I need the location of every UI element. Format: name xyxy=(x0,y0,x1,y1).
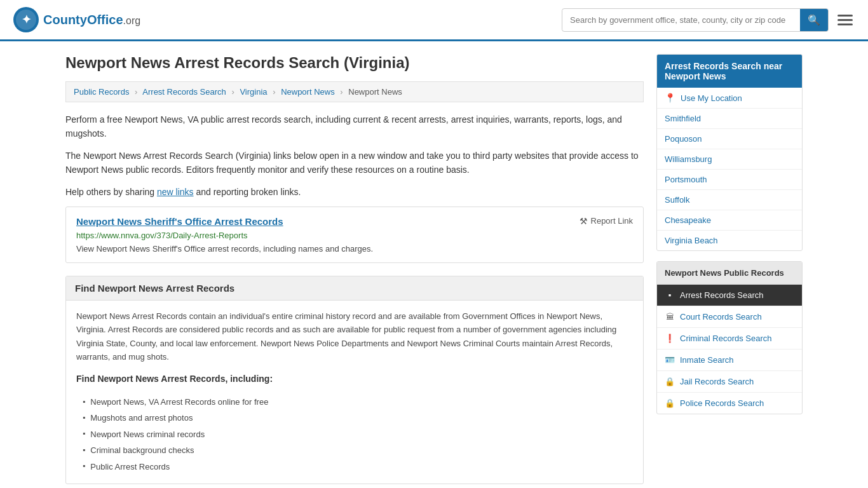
search-bar: 🔍 xyxy=(562,8,829,32)
wrench-icon: ⚒ xyxy=(580,216,588,226)
intro-paragraph-2: The Newport News Arrest Records Search (… xyxy=(65,149,644,177)
new-links-link[interactable]: new links xyxy=(157,187,194,197)
arrest-icon: ▪ xyxy=(665,290,675,300)
find-section: Find Newport News Arrest Records Newport… xyxy=(65,276,644,484)
records-item-police[interactable]: 🔒 Police Records Search xyxy=(657,393,802,414)
inmate-icon: 🪪 xyxy=(665,355,675,365)
sidebar-records-title: Newport News Public Records xyxy=(657,262,802,285)
find-including-label: Find Newport News Arrest Records, includ… xyxy=(76,372,633,386)
records-item-arrest[interactable]: ▪ Arrest Records Search xyxy=(657,285,802,306)
link-description: View Newport News Sheriff's Office arres… xyxy=(76,244,633,254)
intro-paragraph-3: Help others by sharing new links and rep… xyxy=(65,185,644,199)
bullet-1: Newport News, VA Arrest Records online f… xyxy=(83,394,633,410)
report-link-button[interactable]: ⚒ Report Link xyxy=(580,216,633,226)
jail-icon: 🔒 xyxy=(665,377,675,386)
sidebar-item-portsmouth[interactable]: Portsmouth xyxy=(657,170,802,190)
link-card-header: Newport News Sheriff's Office Arrest Rec… xyxy=(76,216,633,227)
link-url[interactable]: https://www.nnva.gov/373/Daily-Arrest-Re… xyxy=(76,231,633,240)
breadcrumb-public-records[interactable]: Public Records xyxy=(74,87,129,97)
header-right: 🔍 xyxy=(562,8,855,32)
records-item-jail[interactable]: 🔒 Jail Records Search xyxy=(657,371,802,393)
records-item-court[interactable]: 🏛 Court Records Search xyxy=(657,306,802,328)
sidebar-nearby-list: 📍 Use My Location Smithfield Poquoson Wi… xyxy=(657,88,802,250)
court-icon: 🏛 xyxy=(665,312,675,322)
breadcrumb-virginia[interactable]: Virginia xyxy=(240,87,267,97)
sidebar-item-virginia-beach[interactable]: Virginia Beach xyxy=(657,231,802,250)
find-bullets: Newport News, VA Arrest Records online f… xyxy=(76,394,633,475)
use-location-link[interactable]: 📍 Use My Location xyxy=(657,88,802,108)
menu-button[interactable] xyxy=(835,12,855,28)
criminal-icon: ❗ xyxy=(665,334,675,343)
sidebar-public-records: Newport News Public Records ▪ Arrest Rec… xyxy=(656,261,803,414)
svg-text:✦: ✦ xyxy=(22,13,31,26)
records-list: ▪ Arrest Records Search 🏛 Court Records … xyxy=(657,285,802,414)
bullet-5: Public Arrest Records xyxy=(83,459,633,475)
logo-icon: ✦ xyxy=(13,6,39,33)
search-button[interactable]: 🔍 xyxy=(800,9,828,31)
sidebar-item-suffolk[interactable]: Suffolk xyxy=(657,190,802,210)
sidebar-item-chesapeake[interactable]: Chesapeake xyxy=(657,210,802,231)
main-container: Newport News Arrest Records Search (Virg… xyxy=(53,41,815,488)
police-icon: 🔒 xyxy=(665,398,675,408)
link-card: Newport News Sheriff's Office Arrest Rec… xyxy=(65,207,644,263)
find-section-header: Find Newport News Arrest Records xyxy=(66,276,643,301)
link-card-title[interactable]: Newport News Sheriff's Office Arrest Rec… xyxy=(76,216,283,227)
records-item-criminal[interactable]: ❗ Criminal Records Search xyxy=(657,328,802,349)
sidebar-nearby-title: Arrest Records Search near Newport News xyxy=(657,55,802,88)
intro-paragraph-1: Perform a free Newport News, VA public a… xyxy=(65,112,644,141)
sidebar-nearby: Arrest Records Search near Newport News … xyxy=(656,54,803,251)
location-pin-icon: 📍 xyxy=(665,93,675,103)
sidebar-item-use-location[interactable]: 📍 Use My Location xyxy=(657,88,802,109)
breadcrumb-newport-news-1[interactable]: Newport News xyxy=(281,87,335,97)
sidebar-item-smithfield[interactable]: Smithfield xyxy=(657,109,802,129)
find-section-text: Newport News Arrest Records contain an i… xyxy=(76,309,633,364)
page-title: Newport News Arrest Records Search (Virg… xyxy=(65,54,644,72)
sidebar: Arrest Records Search near Newport News … xyxy=(656,54,803,484)
logo[interactable]: ✦ CountyOffice.org xyxy=(13,6,140,33)
bullet-2: Mugshots and arrest photos xyxy=(83,410,633,426)
breadcrumb-current: Newport News xyxy=(348,87,402,97)
search-input[interactable] xyxy=(562,10,800,30)
breadcrumb: Public Records › Arrest Records Search ›… xyxy=(65,81,644,102)
logo-text: CountyOffice.org xyxy=(43,13,140,27)
sidebar-item-poquoson[interactable]: Poquoson xyxy=(657,129,802,149)
find-section-body: Newport News Arrest Records contain an i… xyxy=(66,301,643,484)
sidebar-item-williamsburg[interactable]: Williamsburg xyxy=(657,149,802,170)
bullet-4: Criminal background checks xyxy=(83,442,633,458)
records-item-inmate[interactable]: 🪪 Inmate Search xyxy=(657,349,802,371)
content-area: Newport News Arrest Records Search (Virg… xyxy=(65,54,644,484)
breadcrumb-arrest-records[interactable]: Arrest Records Search xyxy=(142,87,226,97)
site-header: ✦ CountyOffice.org 🔍 xyxy=(0,0,868,41)
bullet-3: Newport News criminal records xyxy=(83,426,633,442)
